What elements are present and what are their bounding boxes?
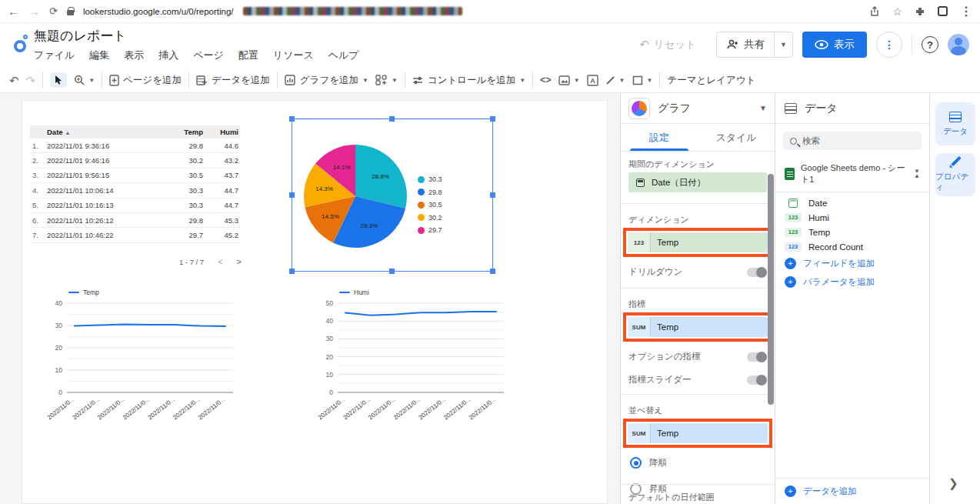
- reset-button[interactable]: ↶ リセット: [628, 32, 707, 57]
- menu-表示[interactable]: 表示: [124, 48, 144, 62]
- menu-挿入[interactable]: 挿入: [158, 48, 178, 62]
- selection-handle[interactable]: [490, 269, 495, 274]
- add-parameter-link[interactable]: + パラメータを追加: [775, 272, 929, 291]
- drilldown-toggle[interactable]: [747, 268, 767, 277]
- optional-metrics-toggle[interactable]: [747, 352, 767, 362]
- zoom-icon: [74, 75, 85, 85]
- view-button[interactable]: 表示: [802, 32, 867, 58]
- extensions-icon[interactable]: [915, 6, 925, 17]
- selection-handle[interactable]: [490, 116, 495, 122]
- data-table[interactable]: Date▲ Temp Humi 1.2022/11/01 9:36:1629.8…: [30, 125, 240, 243]
- menu-ページ[interactable]: ページ: [193, 48, 224, 62]
- selection-handle[interactable]: [389, 269, 395, 274]
- field-item-record-count[interactable]: 123Record Count: [775, 239, 929, 254]
- selection-handle[interactable]: [289, 116, 295, 122]
- undo-icon[interactable]: ↶: [9, 75, 19, 86]
- table-row: 6.2022/11/01 10:26:1229.845.3: [30, 213, 240, 228]
- bookmark-star-icon[interactable]: ☆: [892, 5, 902, 18]
- pagination-prev-icon[interactable]: <: [218, 257, 222, 266]
- line-chart-humi[interactable]: Humi 010203040502022/11/0...2022/11/0...…: [315, 288, 508, 429]
- sort-desc-option[interactable]: 降順: [630, 457, 667, 469]
- panel-scrollbar[interactable]: [768, 174, 774, 405]
- add-image-button[interactable]: ▼: [558, 75, 580, 85]
- field-item-temp[interactable]: 123Temp: [775, 225, 929, 239]
- data-source-row[interactable]: Google Sheets demo - シート1 ▼▲: [775, 156, 929, 192]
- table-header-date[interactable]: Date▲: [47, 128, 163, 136]
- metric-chip[interactable]: SUM Temp: [628, 317, 768, 337]
- rail-properties-button[interactable]: プロパティ: [935, 153, 975, 196]
- add-page-button[interactable]: ページを追加: [109, 74, 182, 87]
- theme-layout-button[interactable]: テーマとレイアウト: [667, 74, 755, 87]
- redo-icon[interactable]: ↷: [26, 75, 36, 86]
- browser-reload-icon[interactable]: ⟳: [49, 5, 58, 17]
- table-header-temp[interactable]: Temp: [163, 128, 203, 136]
- field-item-humi[interactable]: 123Humi: [775, 210, 929, 225]
- table-header-humi[interactable]: Humi: [203, 128, 240, 136]
- search-input[interactable]: [802, 136, 902, 145]
- avatar[interactable]: [948, 34, 969, 55]
- profile-icon[interactable]: [938, 6, 948, 16]
- plus-icon: +: [785, 276, 796, 288]
- menu-リソース[interactable]: リソース: [273, 48, 314, 62]
- add-line-button[interactable]: ▼: [605, 75, 625, 85]
- dimension-label: ディメンション: [628, 214, 689, 225]
- field-list: Date123Humi123Temp123Record Count: [775, 192, 929, 254]
- share-dropdown-caret[interactable]: ▼: [774, 32, 792, 57]
- table-body: 1.2022/11/01 9:36:1629.844.62.2022/11/01…: [30, 139, 240, 243]
- pie-slice-label: 14.1%: [333, 164, 351, 171]
- collapse-source-icon[interactable]: ▼▲: [914, 169, 920, 179]
- add-control-button[interactable]: コントロールを追加 ▼: [412, 74, 525, 87]
- select-tool-button[interactable]: [50, 72, 67, 88]
- pie-slice-label: 14.3%: [315, 185, 333, 192]
- browser-forward-icon[interactable]: →: [28, 5, 40, 18]
- legend-dot: [418, 227, 425, 234]
- report-title[interactable]: 無題のレポート: [34, 27, 127, 45]
- add-field-link[interactable]: + フィールドを追加: [775, 254, 929, 272]
- selection-handle[interactable]: [289, 269, 295, 274]
- pencil-icon: [950, 156, 962, 168]
- field-search[interactable]: [783, 132, 922, 150]
- add-data-link[interactable]: + データを追加: [775, 478, 929, 504]
- dimension-chip[interactable]: 123 Temp: [628, 232, 768, 252]
- collapse-panel-icon[interactable]: ❯: [948, 476, 958, 490]
- add-data-button[interactable]: データを追加: [196, 74, 270, 87]
- share-page-icon[interactable]: [869, 6, 880, 17]
- community-visualizations-button[interactable]: ▼: [375, 75, 398, 86]
- add-text-button[interactable]: A: [587, 75, 598, 86]
- sort-chip[interactable]: SUM Temp: [628, 423, 768, 443]
- add-chart-button[interactable]: グラフを追加 ▼: [285, 74, 368, 87]
- selection-handle[interactable]: [389, 116, 395, 122]
- zoom-tool-button[interactable]: ▼: [74, 75, 95, 85]
- menu-ヘルプ[interactable]: ヘルプ: [328, 48, 359, 62]
- chevron-down-icon[interactable]: ▼: [759, 104, 767, 112]
- rail-data-button[interactable]: データ: [935, 102, 975, 145]
- browser-menu-icon[interactable]: ⋮: [960, 4, 972, 18]
- table-header[interactable]: Date▲ Temp Humi: [30, 125, 240, 139]
- report-canvas[interactable]: Date▲ Temp Humi 1.2022/11/01 9:36:1629.8…: [22, 100, 608, 504]
- svg-text:A: A: [590, 77, 595, 85]
- selection-handle[interactable]: [490, 192, 495, 198]
- right-rail: データ プロパティ ❯: [930, 93, 980, 504]
- pagination-next-icon[interactable]: >: [237, 257, 242, 266]
- field-item-date[interactable]: Date: [775, 195, 929, 210]
- pie-chart-component[interactable]: 28.8%28.3%14.5%14.3%14.1% 30.329.830.530…: [292, 118, 493, 272]
- help-button[interactable]: ?: [922, 36, 938, 53]
- share-button[interactable]: 共有 ▼: [716, 32, 793, 58]
- tab-style[interactable]: スタイル: [698, 124, 775, 151]
- menu-配置[interactable]: 配置: [238, 48, 258, 62]
- more-options-button[interactable]: ⋮: [876, 32, 902, 58]
- chart-type-icon[interactable]: [628, 98, 650, 119]
- url-text[interactable]: lookerstudio.google.com/u/0/reporting/: [83, 7, 234, 16]
- tab-setup[interactable]: 設定: [621, 124, 698, 151]
- embed-url-button[interactable]: <>: [540, 75, 552, 85]
- data-panel: データ Google Sheets demo - シート1 ▼▲ Date123…: [775, 93, 930, 504]
- selection-handle[interactable]: [289, 192, 295, 198]
- menu-編集[interactable]: 編集: [89, 48, 109, 62]
- legend-swatch: [339, 292, 350, 294]
- browser-back-icon[interactable]: ←: [8, 5, 19, 18]
- date-dimension-chip[interactable]: Date（日付）: [628, 172, 767, 192]
- line-chart-temp[interactable]: Temp 0102030402022/11/0...2022/11/0...20…: [44, 288, 238, 429]
- menu-ファイル[interactable]: ファイル: [34, 48, 75, 62]
- metric-slider-toggle[interactable]: [747, 375, 767, 385]
- add-shape-button[interactable]: ▼: [632, 75, 653, 85]
